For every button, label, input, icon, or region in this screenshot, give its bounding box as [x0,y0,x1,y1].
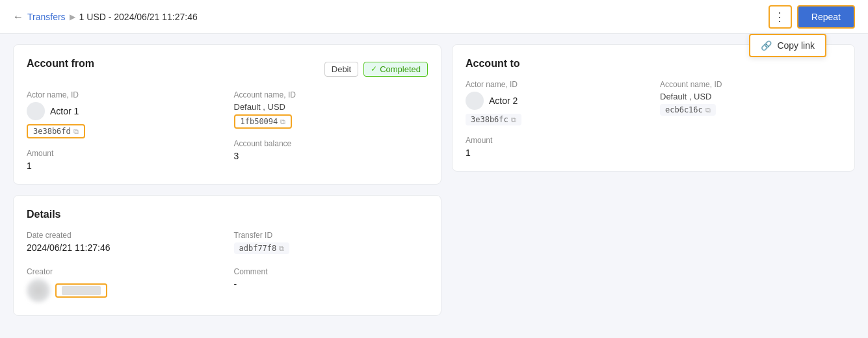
from-actor-copy-icon[interactable]: ⧉ [73,127,79,136]
from-account-label: Account name, ID [234,90,428,99]
main-content: Account from Debit ✓ Completed Actor nam… [0,34,868,326]
comment-label: Comment [234,267,428,276]
details-title: Details [27,209,428,220]
to-actor-label: Actor name, ID [466,80,647,89]
more-options-button[interactable]: ⋮ [769,5,792,29]
to-account-section: Account name, ID Default , USD ecb6c16c … [660,80,841,158]
to-actor-id: 3e38b6fc [471,115,508,124]
to-account-id-chip[interactable]: ecb6c16c ⧉ [660,104,716,116]
account-from-title: Account from [27,58,94,70]
transfer-id-label: Transfer ID [234,231,428,240]
debit-badge: Debit [324,62,358,77]
from-actor-label: Actor name, ID [27,90,221,99]
breadcrumb: ← Transfers ▶ 1 USD - 2024/06/21 11:27:4… [13,11,198,23]
from-balance-value: 3 [234,151,428,161]
copy-link-dropdown: 🔗 Copy link [749,34,826,57]
from-actor-id-chip[interactable]: 3e38b6fd ⧉ [27,124,85,138]
account-from-details: Actor name, ID Actor 1 3e38b6fd ⧉ Amount… [27,90,428,171]
from-amount-label: Amount [27,149,221,158]
creator-label: Creator [27,267,221,276]
to-amount-value: 1 [466,148,647,158]
from-actor-id: 3e38b6fd [33,127,71,136]
account-to-title: Account to [466,58,841,70]
breadcrumb-separator: ▶ [70,12,75,21]
from-account-section: Account name, ID Default , USD 1fb50094 … [234,90,428,171]
left-column: Account from Debit ✓ Completed Actor nam… [13,44,441,316]
to-account-name: Default , USD [660,92,841,101]
copy-link-label[interactable]: Copy link [777,40,815,51]
link-icon: 🔗 [761,40,772,51]
check-icon: ✓ [371,64,377,73]
account-to-card: Account to Actor name, ID Actor 2 3e38b6… [452,44,855,172]
completed-badge: ✓ Completed [363,62,428,77]
creator-section: Creator [27,267,221,302]
transfer-id-chip[interactable]: adbf77f8 ⧉ [234,242,290,254]
to-actor-avatar [466,92,484,110]
top-bar: ← Transfers ▶ 1 USD - 2024/06/21 11:27:4… [0,0,868,34]
from-actor-avatar [27,102,45,120]
from-account-id: 1fb50094 [241,117,278,126]
to-actor-copy-icon[interactable]: ⧉ [511,116,516,124]
from-actor-section: Actor name, ID Actor 1 3e38b6fd ⧉ Amount… [27,90,221,171]
top-actions: ⋮ 🔗 Copy link Repeat [769,5,855,29]
to-account-id: ecb6c16c [665,105,703,114]
account-from-card: Account from Debit ✓ Completed Actor nam… [13,44,441,185]
to-actor-name: Actor 2 [489,96,518,106]
account-to-details: Actor name, ID Actor 2 3e38b6fc ⧉ Amount… [466,80,841,158]
date-value: 2024/06/21 11:27:46 [27,242,221,253]
details-grid: Date created 2024/06/21 11:27:46 Transfe… [27,231,428,254]
date-label: Date created [27,231,221,240]
date-section: Date created 2024/06/21 11:27:46 [27,231,221,254]
transfer-id-copy-icon[interactable]: ⧉ [279,244,284,253]
creator-row [27,279,221,302]
from-account-copy-icon[interactable]: ⧉ [280,118,285,126]
from-account-id-chip[interactable]: 1fb50094 ⧉ [234,114,293,129]
badge-row: Debit ✓ Completed [324,62,428,77]
from-account-name: Default , USD [234,102,428,112]
transfer-id-section: Transfer ID adbf77f8 ⧉ [234,231,428,254]
comment-value: - [234,279,428,289]
account-from-header: Account from Debit ✓ Completed [27,58,428,80]
details-card: Details Date created 2024/06/21 11:27:46… [13,195,441,316]
to-account-copy-icon[interactable]: ⧉ [705,106,711,114]
repeat-button[interactable]: Repeat [797,5,855,29]
to-actor-section: Actor name, ID Actor 2 3e38b6fc ⧉ Amount… [466,80,647,158]
back-button[interactable]: ← [13,11,23,23]
comment-section: Comment - [234,267,428,302]
breadcrumb-current: 1 USD - 2024/06/21 11:27:46 [79,12,198,22]
to-amount-label: Amount [466,136,647,145]
creator-chip[interactable] [55,283,107,298]
from-amount-value: 1 [27,161,221,171]
creator-id [62,286,101,295]
transfer-id: adbf77f8 [239,244,277,253]
from-actor-row: Actor 1 [27,102,221,120]
creator-avatar [27,279,50,302]
to-actor-row: Actor 2 [466,92,647,110]
creator-comment-grid: Creator Comment - [27,267,428,302]
from-balance-label: Account balance [234,139,428,148]
from-actor-name: Actor 1 [50,106,79,116]
to-account-label: Account name, ID [660,80,841,89]
to-actor-id-chip[interactable]: 3e38b6fc ⧉ [466,114,521,125]
breadcrumb-root[interactable]: Transfers [27,12,66,22]
right-column: Account to Actor name, ID Actor 2 3e38b6… [452,44,855,316]
